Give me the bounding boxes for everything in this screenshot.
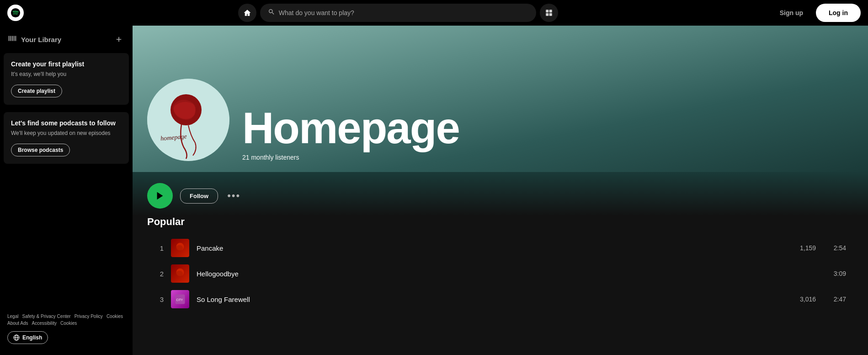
track-artwork: CITY	[171, 290, 189, 308]
podcasts-card: Let's find some podcasts to follow We'll…	[4, 112, 129, 164]
track-row[interactable]: 1 Pancake 1,159 2:54	[147, 235, 853, 261]
search-bar	[260, 4, 536, 22]
popular-section: Popular 1 Pancake 1,159 2:54	[133, 216, 868, 323]
footer-links: Legal Safety & Privacy Center Privacy Po…	[7, 314, 125, 326]
search-input[interactable]	[279, 9, 528, 16]
track-number: 2	[154, 270, 164, 278]
spotify-logo	[7, 5, 24, 21]
content-area: homepage Homepage 21 monthly listeners F…	[133, 26, 868, 355]
artist-header: homepage Homepage 21 monthly listeners	[133, 26, 868, 172]
track-plays: 3,016	[779, 296, 816, 303]
footer-legal[interactable]: Legal	[7, 314, 18, 319]
browse-podcasts-button[interactable]: Browse podcasts	[11, 144, 70, 156]
language-button[interactable]: English	[7, 331, 48, 344]
sidebar-title: Your Library	[21, 36, 61, 43]
artist-listeners: 21 monthly listeners	[242, 154, 459, 161]
footer-accessibility[interactable]: Accessibility	[32, 321, 57, 326]
install-button[interactable]	[540, 4, 558, 22]
sidebar-header: Your Library	[0, 26, 133, 49]
topbar-center	[238, 4, 558, 22]
playlist-card-title: Create your first playlist	[11, 60, 122, 68]
track-duration: 2:47	[823, 296, 846, 303]
track-name: Hellogoodbye	[197, 270, 772, 278]
podcasts-card-desc: We'll keep you updated on new episodes	[11, 129, 122, 137]
svg-rect-4	[549, 13, 552, 16]
track-number: 3	[154, 296, 164, 303]
track-plays: 1,159	[779, 244, 816, 252]
track-name: So Long Farewell	[197, 296, 772, 303]
track-duration: 2:54	[823, 244, 846, 252]
track-row[interactable]: 3 CITY So Long Farewell 3,016 2:47	[147, 286, 853, 312]
search-icon	[268, 8, 275, 17]
track-name: Pancake	[197, 244, 772, 252]
footer-cookies-2[interactable]: Cookies	[60, 321, 77, 326]
artist-name: Homepage	[242, 106, 459, 150]
track-artwork	[171, 264, 189, 283]
track-row[interactable]: 2 Hellogoodbye 3:09	[147, 261, 853, 286]
artist-info: Homepage 21 monthly listeners	[242, 106, 459, 161]
svg-marker-11	[157, 192, 163, 200]
sidebar-title-wrap: Your Library	[7, 33, 61, 46]
add-library-button[interactable]	[112, 33, 125, 46]
more-options-button[interactable]: •••	[225, 188, 242, 204]
language-label: English	[22, 334, 42, 341]
library-icon	[7, 33, 17, 46]
track-list: 1 Pancake 1,159 2:54 2	[147, 235, 853, 312]
playlist-card-desc: It's easy, we'll help you	[11, 70, 122, 78]
svg-rect-3	[546, 13, 548, 16]
svg-rect-1	[546, 10, 548, 12]
track-duration: 3:09	[823, 270, 846, 277]
svg-text:CITY: CITY	[176, 298, 183, 301]
topbar-left	[7, 5, 24, 21]
follow-button[interactable]: Follow	[180, 188, 218, 204]
track-number: 1	[154, 244, 164, 252]
artist-controls: Follow •••	[133, 172, 868, 216]
play-button[interactable]	[147, 183, 173, 209]
sidebar: Your Library Create your first playlist …	[0, 26, 133, 355]
home-button[interactable]	[238, 4, 256, 22]
footer-privacy[interactable]: Privacy Policy	[75, 314, 103, 319]
track-artwork	[171, 239, 189, 257]
svg-rect-2	[549, 10, 552, 12]
sidebar-footer: Legal Safety & Privacy Center Privacy Po…	[0, 310, 133, 348]
topbar: Sign up Log in	[0, 0, 868, 26]
create-playlist-card: Create your first playlist It's easy, we…	[4, 53, 129, 105]
signup-button[interactable]: Sign up	[772, 5, 810, 20]
topbar-right: Sign up Log in	[772, 4, 861, 22]
popular-section-title: Popular	[147, 216, 853, 228]
podcasts-card-title: Let's find some podcasts to follow	[11, 119, 122, 127]
artist-image: homepage	[147, 79, 229, 161]
footer-safety[interactable]: Safety & Privacy Center	[22, 314, 70, 319]
login-button[interactable]: Log in	[816, 4, 861, 22]
create-playlist-button[interactable]: Create playlist	[11, 85, 62, 97]
main-layout: Your Library Create your first playlist …	[0, 26, 868, 355]
footer-about-ads[interactable]: About Ads	[7, 321, 28, 326]
footer-cookies[interactable]: Cookies	[107, 314, 123, 319]
